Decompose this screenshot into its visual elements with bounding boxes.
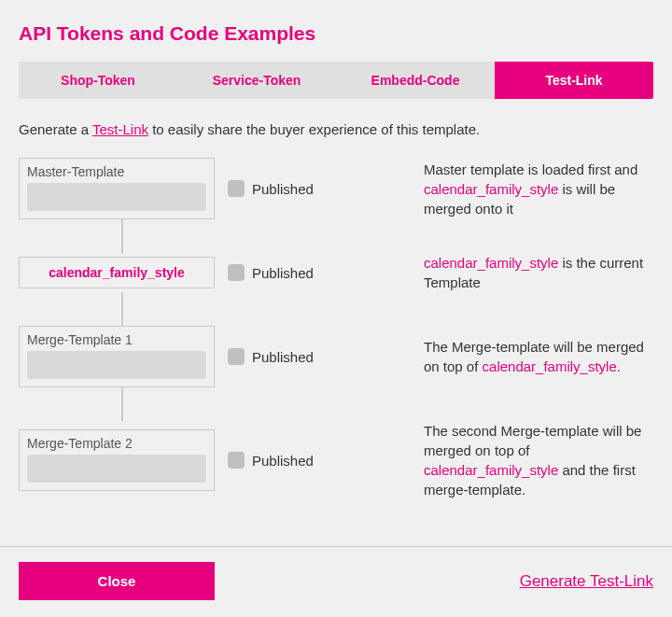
published-label-3: Published bbox=[252, 453, 314, 469]
published-label-1: Published bbox=[252, 265, 314, 281]
published-label-2: Published bbox=[252, 349, 314, 365]
description-1: calendar_family_style is the current Tem… bbox=[386, 253, 653, 292]
close-button[interactable]: Close bbox=[19, 562, 215, 600]
content-area: API Tokens and Code Examples Shop-Token … bbox=[0, 0, 672, 546]
desc-0-pre: Master template is loaded first and bbox=[424, 161, 637, 177]
merge-template-1-card[interactable]: Merge-Template 1 bbox=[19, 326, 215, 387]
tab-shop-token[interactable]: Shop-Token bbox=[19, 62, 177, 99]
spacer bbox=[19, 499, 653, 546]
page-title: API Tokens and Code Examples bbox=[19, 22, 653, 45]
merge-template-1-label: Merge-Template 1 bbox=[27, 332, 206, 347]
description-2: The Merge-template will be merged on top… bbox=[386, 337, 653, 376]
template-row-merge-1: Merge-Template 1 Published The Merge-tem… bbox=[19, 326, 653, 387]
merge-template-2-label: Merge-Template 2 bbox=[27, 436, 206, 451]
master-template-card[interactable]: Master-Template bbox=[19, 158, 215, 219]
master-template-input[interactable] bbox=[27, 183, 206, 211]
desc-2-post: . bbox=[617, 358, 621, 374]
intro-text: Generate a Test-Link to easily share the… bbox=[19, 121, 653, 137]
template-row-current: calendar_family_style Published calendar… bbox=[19, 253, 653, 292]
connector-2-3 bbox=[121, 387, 123, 421]
desc-3-pre: The second Merge-template will be merged… bbox=[424, 423, 641, 458]
description-3: The second Merge-template will be merged… bbox=[386, 421, 653, 499]
published-label-0: Published bbox=[252, 181, 314, 197]
template-row-master: Master-Template Published Master templat… bbox=[19, 158, 653, 219]
published-control-0: Published bbox=[228, 180, 386, 197]
tab-embedd-code[interactable]: Embedd-Code bbox=[336, 62, 495, 99]
desc-0-link: calendar_family_style bbox=[424, 181, 558, 197]
intro-suffix: to easily share the buyer experience of … bbox=[148, 121, 480, 137]
description-0: Master template is loaded first and cale… bbox=[386, 160, 653, 218]
connector-1-2 bbox=[121, 292, 123, 326]
desc-1-link: calendar_family_style bbox=[424, 255, 558, 271]
tab-test-link[interactable]: Test-Link bbox=[495, 62, 653, 99]
current-template-card[interactable]: calendar_family_style bbox=[19, 257, 215, 288]
footer-bar: Close Generate Test-Link bbox=[0, 547, 672, 617]
published-control-3: Published bbox=[228, 452, 386, 469]
desc-2-link: calendar_family_style bbox=[483, 358, 617, 374]
tab-service-token[interactable]: Service-Token bbox=[177, 62, 336, 99]
template-row-merge-2: Merge-Template 2 Published The second Me… bbox=[19, 421, 653, 499]
current-template-label: calendar_family_style bbox=[20, 258, 214, 287]
merge-template-2-card[interactable]: Merge-Template 2 bbox=[19, 429, 215, 491]
published-checkbox-1[interactable] bbox=[228, 264, 245, 281]
published-control-1: Published bbox=[228, 264, 386, 281]
published-checkbox-2[interactable] bbox=[228, 348, 245, 365]
intro-prefix: Generate a bbox=[19, 121, 92, 137]
page-root: API Tokens and Code Examples Shop-Token … bbox=[0, 0, 672, 617]
desc-3-link: calendar_family_style bbox=[424, 462, 558, 478]
master-template-label: Master-Template bbox=[27, 164, 206, 179]
tabs-bar: Shop-Token Service-Token Embedd-Code Tes… bbox=[19, 62, 653, 99]
template-chain: Master-Template Published Master templat… bbox=[19, 158, 653, 499]
published-checkbox-0[interactable] bbox=[228, 180, 245, 197]
connector-0-1 bbox=[121, 219, 123, 253]
intro-test-link[interactable]: Test-Link bbox=[92, 121, 148, 137]
generate-test-link[interactable]: Generate Test-Link bbox=[520, 572, 653, 591]
published-control-2: Published bbox=[228, 348, 386, 365]
published-checkbox-3[interactable] bbox=[228, 452, 245, 469]
merge-template-1-input[interactable] bbox=[27, 351, 206, 379]
merge-template-2-input[interactable] bbox=[27, 455, 206, 483]
